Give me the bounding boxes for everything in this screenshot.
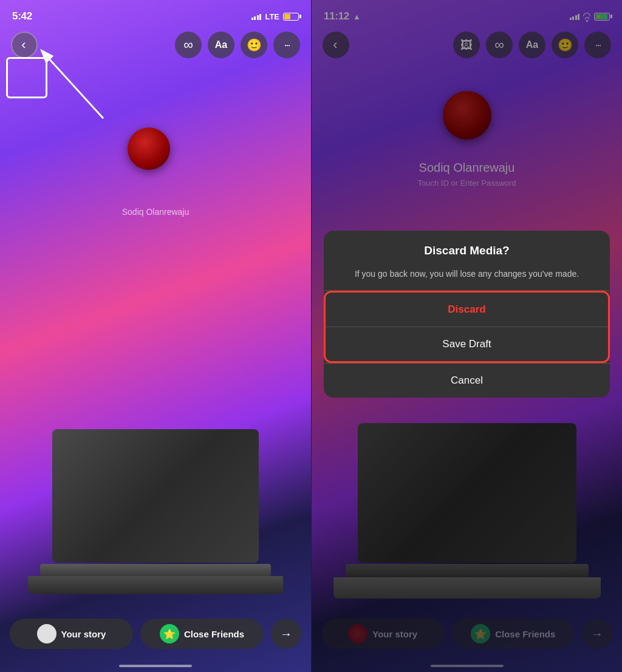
text-icon-left: Aa: [215, 39, 227, 50]
more-icon-left: ···: [284, 39, 289, 52]
close-friends-label-left: Close Friends: [184, 629, 244, 639]
left-username-overlay: Sodiq Olanrewaju: [0, 206, 311, 217]
rose-sticker-left: [128, 127, 170, 170]
sticker-button-left[interactable]: 🙂: [241, 32, 267, 58]
left-lte: LTE: [265, 12, 279, 21]
laptop-bottom-left: [28, 576, 283, 594]
send-button-left[interactable]: →: [271, 619, 301, 649]
chevron-left-icon: ‹: [21, 37, 26, 53]
back-button-left[interactable]: ‹: [11, 32, 38, 58]
dialog-message: If you go back now, you will lose any ch…: [324, 268, 610, 290]
left-signal: [251, 13, 262, 20]
your-story-label-left: Your story: [61, 629, 106, 639]
more-button-left[interactable]: ···: [273, 32, 300, 58]
laptop-left: [40, 429, 271, 611]
green-star-left: ⭐: [160, 624, 179, 643]
left-status-bar: 5:42 LTE: [0, 0, 311, 27]
discard-dialog: Discard Media? If you go back now, you w…: [324, 231, 610, 398]
left-toolbar-right: ∞ Aa 🙂 ···: [175, 32, 300, 58]
left-toolbar: ‹ ∞ Aa 🙂 ···: [0, 27, 311, 63]
left-battery: [283, 13, 299, 21]
story-avatar-left: [37, 624, 56, 643]
left-home-indicator: [119, 665, 192, 667]
left-phone-panel: Sodiq Olanrewaju 5:42 LTE ‹ ∞: [0, 0, 311, 672]
left-bottom-bar: Your story ⭐ Close Friends →: [0, 613, 311, 655]
infinity-icon-left: ∞: [183, 37, 193, 53]
dialog-primary-actions: Discard Save Draft: [324, 291, 610, 363]
laptop-screen-left: [52, 429, 259, 563]
cancel-button[interactable]: Cancel: [324, 364, 610, 398]
dialog-overlay: Discard Media? If you go back now, you w…: [312, 0, 622, 672]
close-friends-button-left[interactable]: ⭐ Close Friends: [140, 619, 264, 649]
text-button-left[interactable]: Aa: [208, 32, 234, 58]
discard-button[interactable]: Discard: [326, 293, 608, 327]
left-time: 5:42: [12, 10, 32, 22]
save-draft-button[interactable]: Save Draft: [326, 327, 608, 361]
your-story-button-left[interactable]: Your story: [10, 619, 133, 649]
laptop-base-left: [40, 564, 271, 576]
right-phone-panel: Sodiq Olanrewaju Touch ID or Enter Passw…: [311, 0, 622, 672]
sticker-icon-left: 🙂: [247, 38, 262, 52]
dialog-title: Discard Media?: [336, 244, 598, 257]
back-button-highlight: [6, 57, 47, 98]
send-arrow-icon-left: →: [280, 627, 292, 641]
infinity-button-left[interactable]: ∞: [175, 32, 202, 58]
left-status-icons: LTE: [251, 12, 299, 21]
